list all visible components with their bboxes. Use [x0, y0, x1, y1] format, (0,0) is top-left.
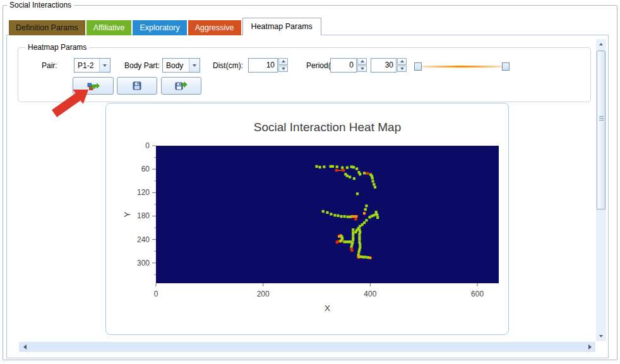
pair-value: P1-2 [75, 61, 99, 70]
floppy-export-icon [175, 81, 188, 91]
dist-up-button[interactable] [278, 58, 288, 65]
period-to-up-button[interactable] [397, 58, 407, 65]
arrow-up-icon [282, 60, 285, 62]
svg-text:200: 200 [257, 290, 270, 298]
body-part-dropdown-button[interactable] [189, 59, 200, 72]
dist-input[interactable]: 10 [248, 58, 278, 73]
heatmap-chart: Social Interaction Heat Map0601201802403… [106, 103, 508, 334]
range-slider-left-thumb[interactable] [414, 62, 422, 71]
period-from-spinner-buttons [357, 58, 367, 73]
vertical-scrollbar-thumb[interactable] [597, 50, 605, 209]
horizontal-scrollbar[interactable] [19, 342, 595, 352]
arrow-right-icon [588, 344, 592, 349]
period-from-down-button[interactable] [357, 66, 367, 73]
svg-text:180: 180 [137, 211, 150, 220]
range-slider-right-thumb[interactable] [502, 62, 510, 71]
svg-text:0: 0 [154, 290, 158, 298]
groupbox-title: Social Interactions [7, 1, 74, 9]
period-from-up-button[interactable] [357, 58, 367, 65]
floppy-save-icon [132, 81, 142, 91]
svg-text:300: 300 [137, 259, 150, 267]
heatmap-params-title: Heatmap Params [25, 43, 89, 52]
svg-text:400: 400 [364, 290, 376, 298]
tab-strip: Definition ParamsAffiliativeExploratoryA… [9, 18, 323, 35]
svg-text:Social Interaction Heat Map: Social Interaction Heat Map [254, 120, 401, 134]
dist-spinner-buttons [278, 58, 288, 73]
arrow-down-icon [361, 68, 364, 70]
arrow-left-icon [23, 344, 27, 349]
arrow-down-icon [282, 68, 285, 70]
pair-combobox[interactable]: P1-2 [74, 58, 110, 73]
svg-text:60: 60 [141, 165, 150, 173]
save-button[interactable] [117, 77, 157, 95]
svg-text:X: X [325, 303, 330, 313]
svg-text:240: 240 [137, 235, 150, 244]
pair-label: Pair: [42, 61, 57, 70]
period-from-input[interactable]: 0 [330, 58, 357, 73]
scroll-up-button[interactable] [596, 39, 606, 49]
dist-down-button[interactable] [278, 66, 288, 73]
vertical-scrollbar[interactable] [596, 39, 606, 341]
period-to-input[interactable]: 30 [371, 58, 396, 73]
arrow-up-icon [400, 60, 404, 62]
scroll-left-button[interactable] [20, 342, 29, 352]
scroll-down-button[interactable] [596, 331, 606, 341]
period-to-down-button[interactable] [397, 66, 407, 73]
tab-aggressive[interactable]: Aggressive [188, 20, 241, 35]
chart-panel: Social Interaction Heat Map0601201802403… [105, 103, 509, 335]
chevron-down-icon [193, 64, 196, 67]
svg-text:600: 600 [471, 290, 484, 298]
tab-definition-params[interactable]: Definition Params [9, 20, 85, 35]
dist-label: Dist(cm): [213, 61, 243, 70]
pair-dropdown-button[interactable] [99, 59, 110, 72]
body-part-label: Body Part: [124, 61, 160, 70]
tab-affiliative[interactable]: Affiliative [86, 20, 132, 35]
tab-heatmap-params[interactable]: Heatmap Params [242, 18, 321, 35]
export-button[interactable] [161, 77, 201, 95]
body-part-combobox[interactable]: Body [162, 58, 200, 73]
scroll-right-button[interactable] [585, 342, 594, 352]
arrow-up-icon [361, 60, 364, 62]
arrow-down-icon [599, 335, 603, 338]
social-interactions-window: Social Interactions Definition ParamsAff… [0, 0, 620, 364]
period-to-spinner-buttons [397, 58, 407, 73]
red-arrow-annotation [47, 85, 95, 120]
svg-text:Y: Y [122, 211, 132, 217]
arrow-up-icon [599, 43, 603, 45]
svg-text:120: 120 [137, 188, 150, 197]
tab-exploratory[interactable]: Exploratory [133, 20, 186, 35]
chevron-down-icon [103, 64, 107, 67]
arrow-down-icon [400, 68, 404, 70]
svg-text:0: 0 [145, 141, 150, 150]
range-slider-track[interactable] [422, 66, 502, 68]
body-part-value: Body [163, 61, 189, 70]
